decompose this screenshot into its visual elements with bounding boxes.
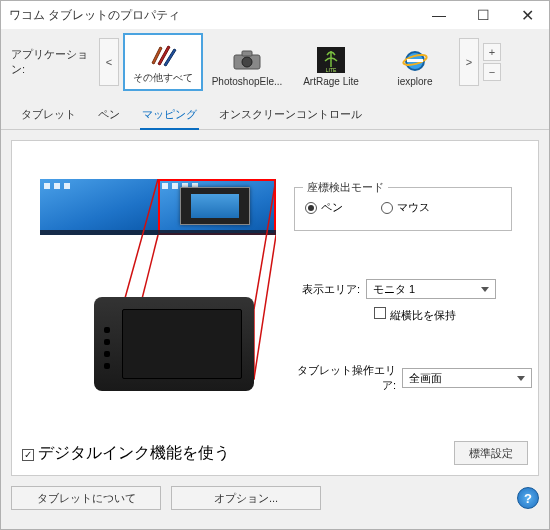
tab-bar: タブレット ペン マッピング オンスクリーンコントロール — [1, 97, 549, 130]
app-add-button[interactable]: + — [483, 43, 501, 61]
application-list: その他すべて PhotoshopEle... LITE ArtRage Lite… — [123, 33, 455, 91]
tablet-area-label: タブレット操作エリア: — [294, 363, 396, 393]
app-item-iexplore[interactable]: iexplore — [375, 33, 455, 91]
mode-legend: 座標検出モード — [303, 180, 388, 195]
app-item-artrage[interactable]: LITE ArtRage Lite — [291, 33, 371, 91]
tablet-preview[interactable] — [94, 297, 254, 391]
svg-rect-2 — [242, 51, 252, 56]
app-item-label: ArtRage Lite — [303, 76, 359, 87]
svg-text:LITE: LITE — [326, 67, 337, 73]
svg-line-11 — [254, 235, 276, 379]
window-title: ワコム タブレットのプロパティ — [9, 7, 180, 24]
svg-rect-7 — [407, 59, 423, 62]
display-area-label: 表示エリア: — [294, 282, 360, 297]
display-area-select[interactable]: モニタ 1 — [366, 279, 496, 299]
app-scroll-left[interactable]: < — [99, 38, 119, 86]
app-scroll-right[interactable]: > — [459, 38, 479, 86]
svg-point-1 — [242, 57, 252, 67]
aspect-ratio-checkbox[interactable]: 縦横比を保持 — [374, 307, 456, 323]
footer: タブレットについて オプション... ? — [1, 476, 549, 520]
tab-mapping[interactable]: マッピング — [140, 103, 199, 130]
tab-tablet[interactable]: タブレット — [19, 103, 78, 129]
close-button[interactable]: ✕ — [505, 1, 549, 29]
artrage-icon: LITE — [315, 46, 347, 74]
app-remove-button[interactable]: − — [483, 63, 501, 81]
application-row: アプリケーション: < その他すべて PhotoshopEle... LITE … — [1, 29, 549, 97]
maximize-button[interactable]: ☐ — [461, 1, 505, 29]
app-item-label: PhotoshopEle... — [212, 76, 283, 87]
app-item-all-others[interactable]: その他すべて — [123, 33, 203, 91]
mode-fieldset: 座標検出モード ペン マウス — [294, 187, 512, 231]
app-item-label: iexplore — [397, 76, 432, 87]
digital-ink-checkbox[interactable]: デジタルインク機能を使う — [22, 443, 230, 464]
mode-pen-radio[interactable]: ペン — [305, 200, 343, 215]
mapping-panel: 座標検出モード ペン マウス 表示エリア: モニタ 1 縦横比を保持 タブレット… — [11, 140, 539, 476]
titlebar: ワコム タブレットのプロパティ — ☐ ✕ — [1, 1, 549, 29]
properties-window: ワコム タブレットのプロパティ — ☐ ✕ アプリケーション: < その他すべて… — [0, 0, 550, 530]
application-label: アプリケーション: — [11, 47, 99, 77]
pencils-icon — [147, 41, 179, 69]
mode-mouse-radio[interactable]: マウス — [381, 200, 430, 215]
about-tablet-button[interactable]: タブレットについて — [11, 486, 161, 510]
tablet-area-select[interactable]: 全画面 — [402, 368, 532, 388]
monitor-preview[interactable] — [40, 179, 276, 235]
ie-icon — [399, 46, 431, 74]
camera-icon — [231, 46, 263, 74]
tab-pen[interactable]: ペン — [96, 103, 122, 129]
help-button[interactable]: ? — [517, 487, 539, 509]
tab-onscreen-controls[interactable]: オンスクリーンコントロール — [217, 103, 364, 129]
minimize-button[interactable]: — — [417, 1, 461, 29]
app-item-photoshop[interactable]: PhotoshopEle... — [207, 33, 287, 91]
app-item-label: その他すべて — [133, 71, 193, 85]
options-button[interactable]: オプション... — [171, 486, 321, 510]
defaults-button[interactable]: 標準設定 — [454, 441, 528, 465]
